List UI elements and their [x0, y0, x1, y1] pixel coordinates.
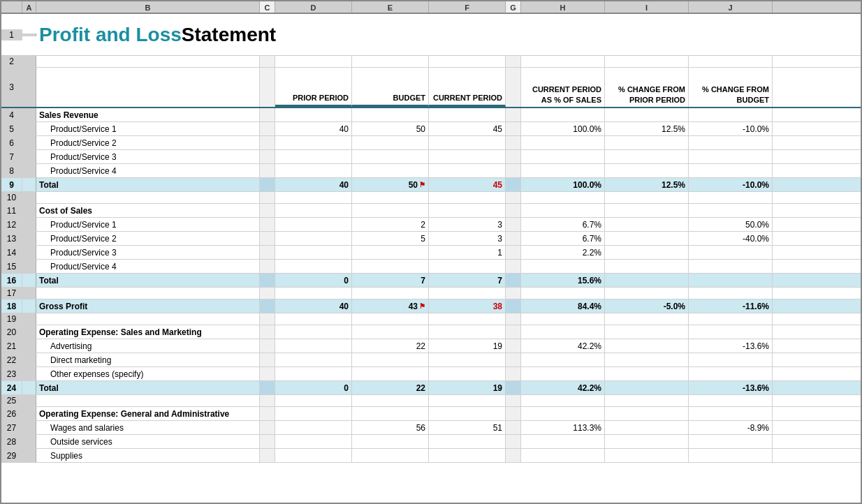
header-prior-period: PRIOR PERIOD [275, 68, 352, 107]
row-29: 29 Supplies [1, 449, 861, 463]
gross-profit-label: Gross Profit [36, 299, 260, 313]
cell-1a [22, 34, 36, 36]
op-gen-admin-header: Operating Expense: General and Administr… [36, 407, 260, 420]
col-header-f: F [429, 1, 506, 13]
row-1: 1 Profit and Loss Statement [1, 14, 861, 56]
rownum-1: 1 [1, 29, 22, 40]
col-header-a: A [22, 1, 36, 13]
row-8: 8 Product/Service 4 [1, 164, 861, 178]
row-20: 20 Operating Expense: Sales and Marketin… [1, 325, 861, 339]
sr-item-1-budget: 50 [352, 122, 429, 135]
col-header-h: H [521, 1, 605, 13]
col-header-j: J [689, 1, 773, 13]
sales-revenue-header: Sales Revenue [36, 108, 260, 121]
sr-total-pct-budget: -10.0% [689, 178, 773, 191]
row-28: 28 Outside services [1, 435, 861, 449]
row-15: 15 Product/Service 4 [1, 260, 861, 274]
sr-item-1-label: Product/Service 1 [36, 122, 260, 135]
sr-total-budget: 50 ⚑ [352, 178, 429, 191]
row-13: 13 Product/Service 2 5 3 6.7% -40.0% [1, 232, 861, 246]
col-header-b: B [36, 1, 260, 13]
row-11: 11 Cost of Sales [1, 204, 861, 218]
flag-icon-gp: ⚑ [419, 302, 425, 310]
rownum-2: 2 [1, 56, 22, 67]
col-header-i: I [605, 1, 689, 13]
sr-item-1-current: 45 [429, 122, 506, 135]
sr-item-1-pct-budget: -10.0% [689, 122, 773, 135]
flag-icon-sr: ⚑ [419, 181, 425, 188]
col-header-e: E [352, 1, 429, 13]
col-header-d: D [275, 1, 352, 13]
row-3: 3 PRIOR PERIOD BUDGET CURRENT PERIOD CUR… [1, 68, 861, 108]
header-pct-change-budget: % CHANGE FROM BUDGET [689, 68, 773, 107]
cell-1b: Profit and Loss Statement [36, 22, 525, 47]
row-17: 17 [1, 288, 861, 299]
row-18: 18 Gross Profit 40 43 ⚑ 38 84.4% -5.0% -… [1, 299, 861, 313]
row-24: 24 Total 0 22 19 42.2% -13.6% [1, 381, 861, 395]
row-2: 2 [1, 56, 861, 68]
sr-item-1-pct-prior: 12.5% [605, 122, 689, 135]
op-sales-mktg-header: Operating Expense: Sales and Marketing [36, 325, 260, 339]
row-22: 22 Direct marketing [1, 353, 861, 367]
row-6: 6 Product/Service 2 [1, 136, 861, 150]
sr-total-current: 45 [429, 178, 506, 191]
rownum-3: 3 [1, 68, 22, 107]
col-header-row [1, 1, 22, 13]
col-header-g: G [506, 1, 521, 13]
sr-total-label: Total [36, 178, 260, 191]
header-pct-change-prior: % CHANGE FROM PRIOR PERIOD [605, 68, 689, 107]
header-current-period: CURRENT PERIOD [429, 68, 506, 107]
col-header-c: C [260, 1, 275, 13]
row-5: 5 Product/Service 1 40 50 45 100.0% 12.5… [1, 122, 861, 136]
row-19: 19 [1, 313, 861, 325]
sr-item-1-pct-sales: 100.0% [521, 122, 605, 135]
row-10: 10 [1, 192, 861, 204]
sr-total-prior: 40 [275, 178, 352, 191]
sr-total-pct-sales: 100.0% [521, 178, 605, 191]
row-7: 7 Product/Service 3 [1, 150, 861, 164]
row-14: 14 Product/Service 3 1 2.2% [1, 246, 861, 260]
row-23: 23 Other expenses (specify) [1, 367, 861, 381]
title-part2: Statement [182, 24, 276, 46]
cost-of-sales-header: Cost of Sales [36, 204, 260, 217]
sr-item-1-prior: 40 [275, 122, 352, 135]
row-25: 25 [1, 395, 861, 407]
column-headers: A B C D E F G H I J [1, 1, 861, 14]
row-21: 21 Advertising 22 19 42.2% -13.6% [1, 339, 861, 353]
header-budget: BUDGET [352, 68, 429, 107]
row-16: 16 Total 0 7 7 15.6% [1, 274, 861, 288]
sr-total-pct-prior: 12.5% [605, 178, 689, 191]
row-12: 12 Product/Service 1 2 3 6.7% 50.0% [1, 218, 861, 232]
spreadsheet: A B C D E F G H I J 1 Profit and Loss St… [0, 0, 862, 504]
header-current-pct-sales: CURRENT PERIOD AS % OF SALES [521, 68, 605, 107]
row-27: 27 Wages and salaries 56 51 113.3% -8.9% [1, 421, 861, 435]
row-26: 26 Operating Expense: General and Admini… [1, 407, 861, 421]
row-9: 9 Total 40 50 ⚑ 45 100.0% 12.5% -10.0% [1, 178, 861, 192]
row-4: 4 Sales Revenue [1, 108, 861, 122]
rownum-4: 4 [1, 108, 22, 121]
title-part1: Profit and Loss [39, 24, 182, 46]
